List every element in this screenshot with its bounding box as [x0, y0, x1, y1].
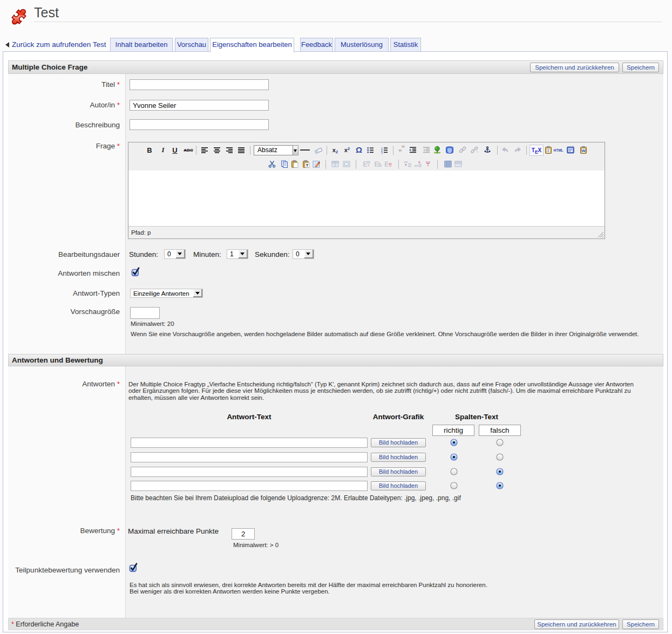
svg-text:T: T	[306, 163, 309, 168]
svg-text:3: 3	[381, 151, 383, 154]
svg-text:W: W	[581, 148, 586, 153]
svg-text:Σ: Σ	[547, 149, 550, 153]
